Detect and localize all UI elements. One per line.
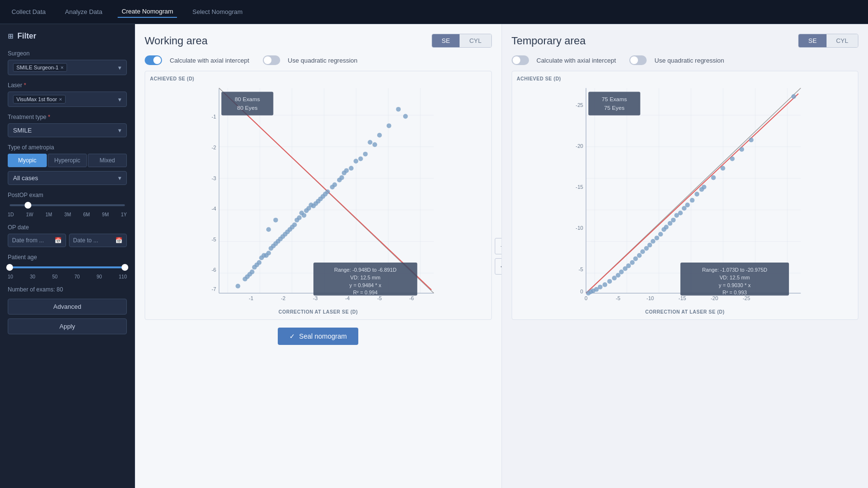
svg-point-122 <box>637 253 641 258</box>
working-x-label: CORRECTION AT LASER SE (D) <box>150 309 487 315</box>
laser-select[interactable]: VisuMax 1st floor × ▾ <box>8 92 127 107</box>
svg-text:Range: -1.073D to -20.975D: Range: -1.073D to -20.975D <box>702 267 767 273</box>
ametropia-myopic-btn[interactable]: Myopic <box>8 154 47 167</box>
date-to-input[interactable]: Date to ... 📅 <box>69 234 127 247</box>
seal-btn-row: ✓ Seal nomogram <box>145 328 492 345</box>
top-navigation: Collect Data Analyze Data Create Nomogra… <box>0 0 868 24</box>
svg-text:R² = 0.994: R² = 0.994 <box>353 290 378 295</box>
svg-point-115 <box>661 227 666 232</box>
temp-y-label: ACHIEVED SE (D) <box>517 76 854 81</box>
svg-text:VD: 12.5 mm: VD: 12.5 mm <box>350 275 380 280</box>
cases-select[interactable]: All cases ▾ <box>8 171 127 185</box>
opdate-label: OP date <box>8 224 127 231</box>
svg-point-111 <box>674 213 679 218</box>
svg-point-136 <box>586 291 591 296</box>
apply-button[interactable]: Apply <box>8 318 127 334</box>
svg-point-58 <box>269 246 273 251</box>
ametropia-hyperopic-btn[interactable]: Hyperopic <box>48 154 87 167</box>
temp-axial-intercept-toggle[interactable] <box>512 55 529 65</box>
svg-point-45 <box>299 211 304 215</box>
transfer-right-button[interactable]: → <box>495 238 502 254</box>
temporary-area-tab-cyl[interactable]: CYL <box>827 34 858 47</box>
working-y-label: ACHIEVED SE (D) <box>150 76 487 81</box>
svg-point-21 <box>377 133 382 138</box>
svg-point-47 <box>295 218 299 223</box>
laser-chevron-icon: ▾ <box>118 96 122 103</box>
svg-text:-15: -15 <box>575 184 583 190</box>
svg-point-70 <box>273 218 278 223</box>
svg-text:y = 0.9484 * x: y = 0.9484 * x <box>350 282 382 288</box>
surgeon-label: Surgeon <box>8 50 127 57</box>
patient-age-label: Patient age <box>8 254 127 261</box>
age-slider-max-thumb[interactable] <box>122 264 128 271</box>
svg-text:-3: -3 <box>313 295 318 301</box>
svg-text:-6: -6 <box>212 267 217 273</box>
svg-point-23 <box>368 140 373 145</box>
surgeon-select[interactable]: SMILE Surgeon-1 × ▾ <box>8 60 127 75</box>
laser-label: Laser * <box>8 82 127 89</box>
quadratic-toggle[interactable] <box>263 55 280 65</box>
temporary-area-header: Temporary area SE CYL <box>512 34 859 48</box>
working-area-svg: -1 -2 -3 -4 -5 -6 -7 -1 -2 -3 -4 -5 -6 <box>150 83 487 305</box>
svg-point-121 <box>640 250 645 254</box>
temp-quadratic-label: Use quadratic regression <box>654 57 724 64</box>
date-from-calendar-icon[interactable]: 📅 <box>54 237 62 244</box>
axial-intercept-toggle[interactable] <box>145 55 162 65</box>
svg-text:Range: -0.948D to -6.891D: Range: -0.948D to -6.891D <box>334 267 396 273</box>
svg-point-98 <box>791 94 796 99</box>
svg-point-124 <box>630 260 635 265</box>
svg-rect-137 <box>588 92 640 116</box>
svg-text:-5: -5 <box>377 295 382 301</box>
svg-point-43 <box>304 208 309 213</box>
nav-analyze-data[interactable]: Analyze Data <box>61 6 106 17</box>
nav-select-nomogram[interactable]: Select Nomogram <box>189 6 246 17</box>
quadratic-label: Use quadratic regression <box>288 57 358 64</box>
svg-point-130 <box>607 279 612 284</box>
ametropia-mixed-btn[interactable]: Mixed <box>88 154 127 167</box>
seal-nomogram-button[interactable]: ✓ Seal nomogram <box>278 328 358 345</box>
svg-point-116 <box>658 232 663 237</box>
svg-text:y = 0.9030 * x: y = 0.9030 * x <box>719 282 751 288</box>
postop-slider[interactable]: 1D1W1M3M6M9M1Y <box>8 204 127 217</box>
treatment-select[interactable]: SMILE ▾ <box>8 123 127 137</box>
svg-point-29 <box>342 171 347 175</box>
svg-text:-20: -20 <box>575 143 583 149</box>
working-area-title: Working area <box>145 35 207 47</box>
nav-create-nomogram[interactable]: Create Nomogram <box>118 6 177 18</box>
working-area-tab-cyl[interactable]: CYL <box>460 34 491 47</box>
svg-point-27 <box>349 166 353 171</box>
svg-text:80 Exams: 80 Exams <box>235 96 260 102</box>
temporary-area-tab-se[interactable]: SE <box>799 34 826 47</box>
temporary-area-title: Temporary area <box>512 35 586 47</box>
svg-point-107 <box>690 198 694 203</box>
svg-point-109 <box>681 206 686 211</box>
svg-point-69 <box>243 277 247 281</box>
svg-text:0: 0 <box>584 295 587 301</box>
surgeon-tag-remove[interactable]: × <box>60 65 63 70</box>
svg-text:-4: -4 <box>345 295 350 301</box>
working-area-tab-se[interactable]: SE <box>432 34 460 47</box>
svg-point-126 <box>623 266 627 271</box>
laser-tag: VisuMax 1st floor × <box>13 95 66 104</box>
date-to-calendar-icon[interactable]: 📅 <box>115 237 122 244</box>
treatment-label: Treatment type * <box>8 114 127 120</box>
svg-point-25 <box>358 157 363 161</box>
nav-collect-data[interactable]: Collect Data <box>8 6 50 17</box>
svg-point-118 <box>651 239 655 244</box>
date-from-input[interactable]: Date from ... 📅 <box>8 234 66 247</box>
svg-point-105 <box>699 187 704 192</box>
main-layout: ⊞ Filter Surgeon SMILE Surgeon-1 × ▾ Las… <box>0 24 868 488</box>
svg-point-101 <box>730 157 734 161</box>
advanced-button[interactable]: Advanced <box>8 299 127 315</box>
age-slider[interactable]: 1030507090110 <box>8 266 127 279</box>
date-inputs: Date from ... 📅 Date to ... 📅 <box>8 234 127 247</box>
transfer-left-button[interactable]: ← <box>495 258 502 275</box>
filter-icon: ⊞ <box>8 32 14 40</box>
svg-text:-5: -5 <box>212 237 217 242</box>
age-slider-min-thumb[interactable] <box>6 264 13 271</box>
postop-thumb[interactable] <box>25 202 31 209</box>
temp-quadratic-toggle[interactable] <box>629 55 647 65</box>
svg-point-22 <box>372 142 377 147</box>
svg-point-99 <box>748 138 753 143</box>
laser-tag-remove[interactable]: × <box>59 96 62 102</box>
